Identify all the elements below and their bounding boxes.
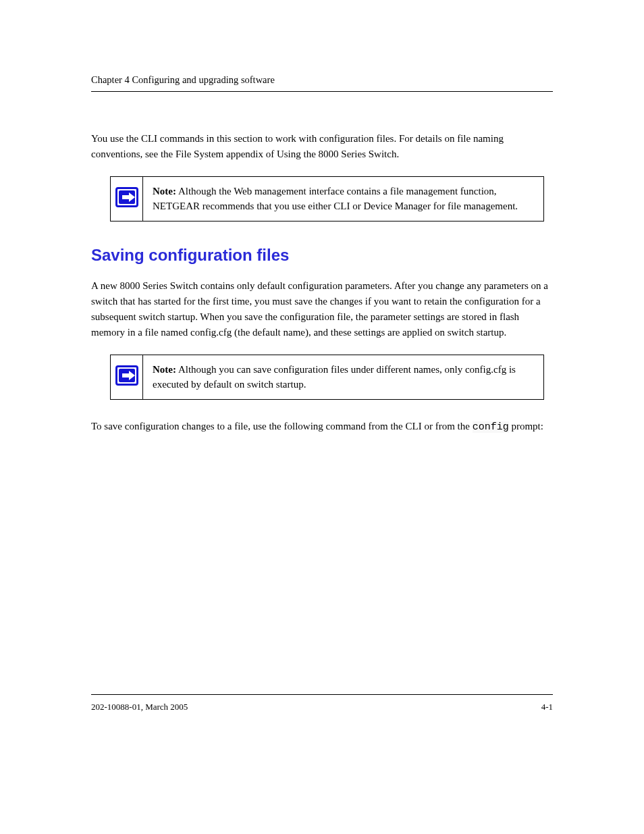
note-text: Note: Although you can save configuratio… — [143, 355, 544, 399]
body-paragraph: A new 8000 Series Switch contains only d… — [91, 278, 553, 341]
note-body: Although the Web management interface co… — [153, 186, 518, 212]
intro-paragraph: You use the CLI commands in this section… — [91, 131, 553, 163]
p3-part-b: prompt: — [509, 421, 543, 432]
note-icon-cell — [111, 176, 143, 221]
note-box-2: Note: Although you can save configuratio… — [110, 355, 544, 400]
header-rule — [91, 91, 553, 92]
p3-part-a: To save configuration changes to a file,… — [91, 421, 473, 432]
page-footer: 202-10088-01, March 2005 4-1 — [91, 694, 553, 712]
body-paragraph-2: To save configuration changes to a file,… — [91, 419, 553, 435]
arrow-right-icon — [115, 365, 138, 386]
note-icon-cell — [111, 355, 143, 399]
inline-code: config — [473, 421, 509, 433]
note-label: Note: — [153, 186, 176, 197]
note-box-1: Note: Although the Web management interf… — [110, 176, 544, 221]
section-heading: Saving configuration files — [91, 246, 553, 265]
page: Chapter 4 Configuring and upgrading soft… — [0, 0, 644, 834]
page-number: 4-1 — [541, 702, 553, 712]
running-header: Chapter 4 Configuring and upgrading soft… — [91, 74, 553, 86]
note-label: Note: — [153, 364, 176, 375]
note-body: Although you can save configuration file… — [153, 364, 516, 390]
arrow-right-icon — [115, 187, 138, 207]
footer-left: 202-10088-01, March 2005 — [91, 702, 188, 712]
note-text: Note: Although the Web management interf… — [143, 176, 544, 221]
footer-rule — [91, 694, 553, 695]
